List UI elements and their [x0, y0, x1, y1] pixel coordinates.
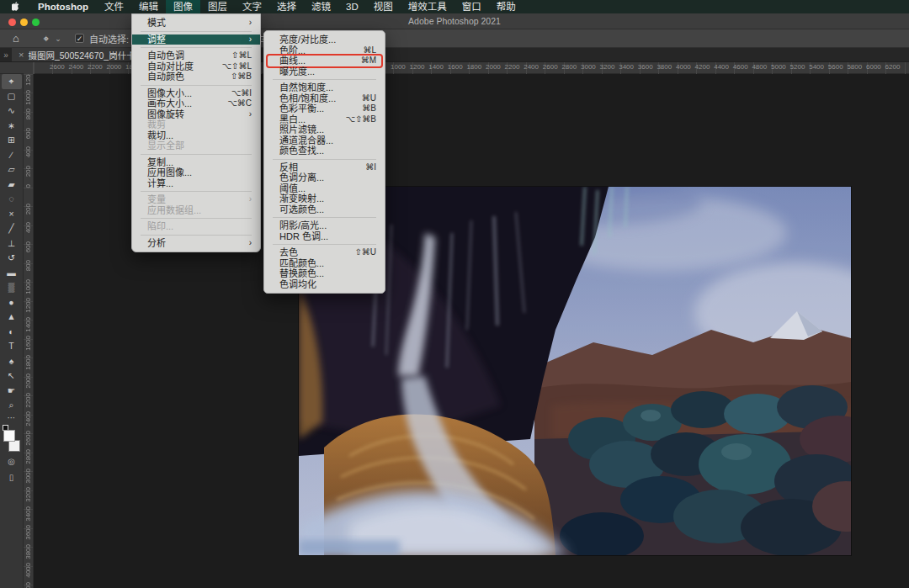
- edit-toolbar-icon[interactable]: ⋯: [8, 413, 16, 425]
- home-icon[interactable]: ⌂: [9, 29, 23, 48]
- menubar-item[interactable]: 选择: [269, 0, 304, 13]
- menubar-item[interactable]: 3D: [338, 0, 366, 13]
- document-tab-title: 摄图网_500524670_岗什卡雪: [28, 49, 144, 61]
- menu-item[interactable]: 色相/饱和度...⌘U: [264, 93, 385, 104]
- path-selection-tool-icon[interactable]: ↖: [2, 368, 22, 384]
- menu-item[interactable]: 阴影/高光...: [264, 220, 385, 231]
- chevron-down-icon[interactable]: ⌄: [53, 29, 63, 48]
- menubar-item[interactable]: 编辑: [131, 0, 166, 13]
- vertical-ruler[interactable]: 1200100080060040020002004006008001000120…: [24, 74, 34, 588]
- menu-item[interactable]: 图像旋转›: [132, 109, 260, 120]
- menu-item[interactable]: 自动色调⇧⌘L: [132, 50, 260, 61]
- menu-item[interactable]: 色调均化: [264, 279, 385, 290]
- menu-item[interactable]: 匹配颜色...: [264, 258, 385, 269]
- hand-tool-icon[interactable]: ☛: [2, 384, 22, 399]
- menu-item[interactable]: 曝光度...: [264, 66, 385, 77]
- ruler-number: 0: [24, 184, 32, 188]
- zoom-window-button[interactable]: [32, 19, 40, 26]
- object-selection-tool-icon[interactable]: ∗: [2, 119, 22, 134]
- menu-item[interactable]: 去色⇧⌘U: [264, 247, 385, 258]
- content-aware-move-tool-icon[interactable]: ×: [2, 207, 22, 222]
- pen-tool-icon[interactable]: ♠: [2, 354, 22, 369]
- menu-item[interactable]: HDR 色调...: [264, 231, 385, 242]
- pencil-tool-icon[interactable]: ╱: [2, 221, 22, 236]
- menu-item[interactable]: 图像大小...⌥⌘I: [132, 88, 260, 99]
- menubar-item[interactable]: 图层: [200, 0, 235, 13]
- menu-item[interactable]: 计算...: [132, 178, 260, 189]
- ruler-number: 3000: [24, 469, 32, 484]
- color-swatches[interactable]: [3, 430, 21, 452]
- lasso-tool-icon[interactable]: ∿: [2, 103, 22, 119]
- menubar-item[interactable]: 滤镜: [304, 0, 338, 13]
- menu-item[interactable]: 照片滤镜...: [264, 124, 385, 135]
- spot-healing-tool-icon[interactable]: ▱: [2, 162, 22, 177]
- quick-mask-icon[interactable]: ◎: [4, 457, 19, 468]
- menubar-item[interactable]: 视图: [366, 0, 401, 13]
- ruler-number: 4000: [24, 563, 32, 578]
- menu-item-label: 图像大小...: [147, 88, 192, 99]
- close-tab-icon[interactable]: ×: [19, 50, 24, 60]
- blur-tool-icon[interactable]: ●: [2, 295, 22, 310]
- sharpen-tool-icon[interactable]: ▲: [2, 310, 22, 325]
- move-tool-icon[interactable]: ⌖: [40, 29, 53, 48]
- auto-select-checkbox[interactable]: ✓: [75, 34, 84, 43]
- menubar-item[interactable]: 文字: [235, 0, 269, 13]
- patch-tool-icon[interactable]: ◌: [2, 192, 22, 207]
- type-tool-icon[interactable]: T: [2, 339, 22, 354]
- clone-stamp-tool-icon[interactable]: ⊥: [2, 236, 22, 252]
- dodge-tool-icon[interactable]: ◐: [2, 325, 22, 340]
- menu-item[interactable]: 可选颜色...: [264, 204, 385, 215]
- menu-item[interactable]: 颜色查找...: [264, 146, 385, 156]
- menubar-item[interactable]: 窗口: [454, 0, 489, 13]
- menu-item[interactable]: 调整›: [132, 34, 260, 45]
- apple-menu[interactable]: [0, 2, 29, 13]
- eyedropper-tool-icon[interactable]: ∕: [2, 148, 22, 163]
- ruler-origin-corner[interactable]: [24, 62, 34, 74]
- menu-item[interactable]: 自动颜色⇧⌘B: [132, 72, 260, 82]
- foreground-color-swatch[interactable]: [3, 430, 15, 442]
- eraser-tool-icon[interactable]: ▬: [2, 266, 22, 281]
- menu-item[interactable]: 渐变映射...: [264, 193, 385, 204]
- app-menu[interactable]: Photoshop: [29, 2, 97, 12]
- menu-item[interactable]: 模式›: [132, 18, 260, 29]
- menu-item[interactable]: 自动对比度⌥⇧⌘L: [132, 61, 260, 72]
- menubar-item[interactable]: 增效工具: [401, 0, 454, 13]
- menu-item[interactable]: 自然饱和度...: [264, 82, 385, 93]
- menu-item[interactable]: 分析›: [132, 238, 260, 249]
- menu-item[interactable]: 替换颜色...: [264, 268, 385, 279]
- screen-mode-icon[interactable]: ▯: [4, 473, 19, 484]
- menu-item[interactable]: 黑白...⌥⇧⌘B: [264, 114, 385, 125]
- menubar-item[interactable]: 图像: [166, 0, 200, 13]
- history-brush-tool-icon[interactable]: ↺: [2, 251, 22, 266]
- menu-item[interactable]: 色阶...⌘L: [264, 45, 385, 56]
- menu-item[interactable]: 色调分离...: [264, 172, 385, 183]
- crop-tool-icon[interactable]: ⊞: [2, 133, 22, 148]
- menu-item[interactable]: 应用图像...: [132, 167, 260, 178]
- menu-item[interactable]: 复制...: [132, 157, 260, 168]
- minimize-window-button[interactable]: [20, 19, 28, 26]
- ruler-number: 5800: [847, 63, 862, 71]
- marquee-tool-icon[interactable]: ▢: [2, 89, 22, 104]
- menu-item[interactable]: 反相⌘I: [264, 162, 385, 173]
- menu-item[interactable]: 色彩平衡...⌘B: [264, 103, 385, 114]
- close-window-button[interactable]: [8, 19, 16, 26]
- menu-item[interactable]: 画布大小...⌥⌘C: [132, 98, 260, 109]
- move-tool-icon[interactable]: ⌖: [2, 74, 22, 89]
- gradient-tool-icon[interactable]: ▒: [2, 280, 22, 295]
- menu-item[interactable]: 亮度/对比度...: [264, 34, 385, 45]
- adjustments-submenu: 亮度/对比度...色阶...⌘L曲线...⌘M曝光度...自然饱和度...色相/…: [263, 30, 385, 294]
- zoom-tool-icon[interactable]: ⌕: [2, 398, 22, 413]
- panel-collapse-icon[interactable]: »: [0, 48, 12, 61]
- menu-item[interactable]: 裁切...: [132, 130, 260, 141]
- menubar-item[interactable]: 帮助: [489, 0, 524, 13]
- background-color-swatch[interactable]: [8, 440, 20, 452]
- ruler-number: 800: [24, 260, 32, 271]
- submenu-arrow-icon: ›: [249, 109, 252, 120]
- menu-item: 陷印...: [132, 221, 260, 232]
- menu-item[interactable]: 曲线...⌘M: [264, 56, 385, 66]
- menu-item[interactable]: 阈值...: [264, 183, 385, 194]
- menu-item-label: 亮度/对比度...: [279, 34, 336, 45]
- healing-brush-tool-icon[interactable]: ▰: [2, 177, 22, 193]
- menubar-item[interactable]: 文件: [97, 0, 131, 13]
- menu-item[interactable]: 通道混合器...: [264, 135, 385, 146]
